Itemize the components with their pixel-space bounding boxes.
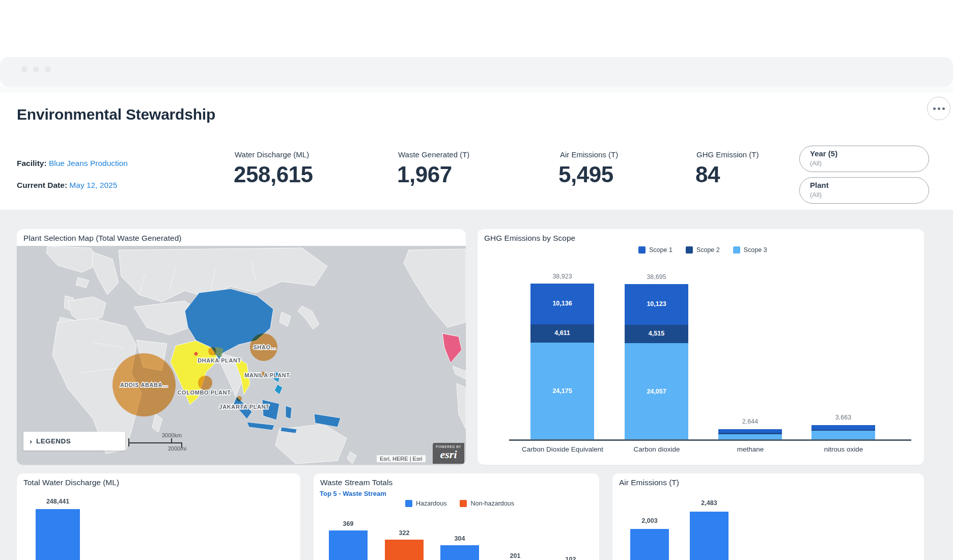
- waste-card: Waste Stream Totals Top 5 - Waste Stream…: [314, 473, 599, 560]
- more-icon[interactable]: [927, 97, 950, 120]
- legend-non-hazardous[interactable]: Non-hazardous: [460, 500, 514, 507]
- waste-bar-1[interactable]: [329, 530, 368, 560]
- kpi-waste-value: 1,967: [397, 162, 452, 187]
- map-scalebar: 3000km 2000mi: [128, 433, 194, 451]
- map-label-addis: ADDIS ABABA...: [120, 382, 168, 388]
- legends-label: LEGENDS: [36, 437, 71, 445]
- air-val-2: 2,483: [690, 499, 728, 507]
- plant-filter-value: (All): [810, 191, 822, 199]
- hazardous-swatch-icon: [405, 500, 412, 507]
- current-date-label: Current Date:: [17, 181, 67, 189]
- ghg-bar2-scope1[interactable]: 10,123: [625, 284, 688, 325]
- scale-mi-label: 2000mi: [168, 445, 186, 452]
- water-card: Total Water Discharge (ML) 248,441: [17, 473, 300, 560]
- scope2-swatch-icon: [686, 246, 693, 254]
- air-val-1: 2,003: [630, 517, 669, 524]
- kpi-air-value: 5,495: [558, 162, 613, 187]
- air-card: Air Emissions (T) 2,003 2,483: [612, 473, 924, 560]
- kpi-ghg-value: 84: [695, 162, 720, 187]
- ghg-x-axis: [509, 439, 911, 441]
- map-card: Plant Selection Map (Total Waste Generat…: [17, 229, 466, 465]
- waste-bar-3[interactable]: [440, 545, 479, 560]
- waste-val-4: 201: [496, 552, 535, 559]
- ghg-total-4: 3,663: [811, 414, 875, 421]
- ghg-card-title: GHG Emissions by Scope: [484, 234, 575, 243]
- kpi-water-value: 258,615: [234, 162, 313, 187]
- ghg-bar1-scope1[interactable]: 10,136: [530, 284, 594, 324]
- waste-subtitle: Top 5 - Waste Stream: [320, 490, 386, 497]
- dashboard-root: Environmental Stewardship Facility: Blue…: [0, 0, 953, 560]
- map-label-manila: MANILA PLANT: [244, 372, 290, 378]
- ghg-cat-2: Carbon dioxide: [611, 445, 703, 453]
- water-card-title: Total Water Discharge (ML): [23, 478, 119, 487]
- plant-marker-dot[interactable]: [194, 352, 198, 356]
- ghg-cat-3: methane: [705, 445, 796, 453]
- bubble-dhaka[interactable]: [208, 347, 216, 355]
- ghg-bar3-scope1[interactable]: [718, 429, 782, 433]
- legend-scope1[interactable]: Scope 1: [638, 246, 672, 254]
- kpi-ghg-label: GHG Emission (T): [696, 150, 759, 159]
- scale-km-label: 3000km: [162, 432, 182, 438]
- legend-scope2[interactable]: Scope 2: [686, 246, 720, 254]
- window-controls-icon[interactable]: [21, 66, 51, 72]
- esri-logo[interactable]: POWERED BY esri: [433, 443, 464, 464]
- current-date-value[interactable]: May 12, 2025: [69, 181, 117, 189]
- map-attribution: Esri, HERE | Esri: [377, 455, 426, 462]
- water-bar[interactable]: [36, 509, 80, 560]
- map-label-shao: SHAO...: [253, 344, 276, 350]
- ghg-card: GHG Emissions by Scope Scope 1 Scope 2 S…: [478, 229, 924, 465]
- map-legends-button[interactable]: LEGENDS: [23, 432, 125, 451]
- facility-row: Facility: Blue Jeans Production: [17, 159, 128, 168]
- world-map[interactable]: ADDIS ABABA... SHAO... DHAKA PLANT COLOM…: [17, 246, 466, 465]
- chevron-right-icon: [30, 437, 32, 445]
- ghg-bar2-scope3[interactable]: 24,057: [625, 343, 688, 440]
- plant-filter-label: Plant: [810, 181, 829, 189]
- facility-label: Facility:: [17, 159, 47, 167]
- ghg-total-1: 38,923: [530, 273, 594, 280]
- current-date-row: Current Date: May 12, 2025: [17, 181, 117, 190]
- map-label-dhaka: DHAKA PLANT: [198, 357, 241, 363]
- waste-val-2: 322: [385, 529, 424, 537]
- kpi-waste-label: Waste Generated (T): [398, 150, 469, 159]
- year-filter[interactable]: Year (5) (All): [799, 146, 929, 172]
- non-hazardous-swatch-icon: [460, 500, 467, 507]
- water-bar-value: 248,441: [36, 498, 80, 505]
- facility-link[interactable]: Blue Jeans Production: [49, 159, 128, 167]
- ghg-cat-4: nitrous oxide: [798, 445, 889, 453]
- ghg-bar4-scope3[interactable]: [811, 431, 875, 440]
- ghg-cat-1: Carbon Dioxide Equivalent: [517, 445, 608, 453]
- chrome-edge: [0, 87, 953, 93]
- esri-wordmark: esri: [433, 449, 464, 461]
- ghg-bar2-scope2[interactable]: 4,515: [625, 325, 688, 343]
- ghg-bar1-scope2[interactable]: 4,611: [530, 324, 594, 343]
- map-card-title: Plant Selection Map (Total Waste Generat…: [23, 234, 181, 243]
- ghg-legend: Scope 1 Scope 2 Scope 3: [638, 246, 767, 254]
- map-label-colombo: COLOMBO PLANT: [178, 389, 231, 396]
- map-label-jakarta: JAKARTA PLANT: [219, 404, 270, 410]
- legend-hazardous[interactable]: Hazardous: [405, 500, 446, 507]
- ghg-total-3: 2,644: [718, 418, 782, 425]
- year-filter-value: (All): [810, 159, 822, 167]
- air-bar-1[interactable]: [630, 529, 669, 560]
- year-filter-label: Year (5): [810, 149, 837, 158]
- page-title: Environmental Stewardship: [17, 106, 215, 123]
- browser-chrome-bar: [0, 57, 953, 87]
- plant-filter[interactable]: Plant (All): [799, 177, 929, 204]
- ghg-bar1-scope3[interactable]: 24,175: [530, 343, 594, 440]
- bubble-jakarta[interactable]: [237, 396, 242, 401]
- waste-val-3: 304: [440, 535, 479, 542]
- kpi-air-label: Air Emissions (T): [560, 150, 618, 159]
- air-bar-2[interactable]: [690, 512, 728, 560]
- scope1-swatch-icon: [638, 246, 646, 254]
- kpi-water-label: Water Discharge (ML): [235, 150, 309, 159]
- ghg-total-2: 38,695: [625, 273, 688, 281]
- bubble-colombo[interactable]: [198, 376, 212, 390]
- air-card-title: Air Emissions (T): [619, 478, 679, 487]
- scope3-swatch-icon: [733, 246, 740, 254]
- waste-val-1: 369: [329, 520, 368, 527]
- ghg-bar4-scope1[interactable]: [811, 425, 875, 430]
- waste-val-5: 102: [551, 556, 590, 560]
- waste-bar-2[interactable]: [385, 540, 424, 560]
- waste-card-title: Waste Stream Totals: [320, 478, 393, 487]
- legend-scope3[interactable]: Scope 3: [733, 246, 767, 254]
